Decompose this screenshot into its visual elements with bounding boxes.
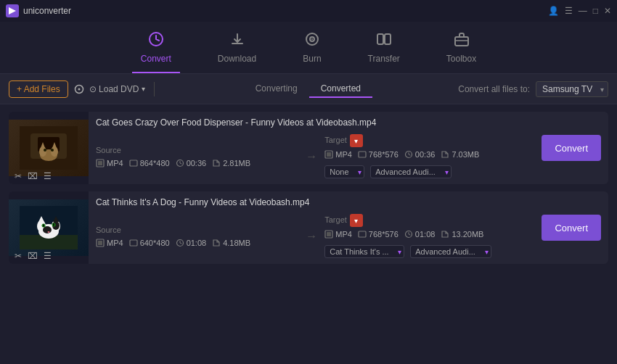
nav-transfer[interactable]: Transfer xyxy=(359,27,409,68)
arrow-2: → xyxy=(298,230,324,243)
audio-select-wrap-1: Advanced Audi... xyxy=(370,165,451,178)
nav-download-label: Download xyxy=(218,54,256,64)
svg-rect-26 xyxy=(327,152,331,157)
svg-rect-49 xyxy=(359,231,366,237)
target-size-1: 7.03MB xyxy=(441,150,479,159)
audio-select-wrap-2: Advanced Audi... xyxy=(410,244,491,258)
settings-icon-2[interactable]: ☰ xyxy=(44,251,52,261)
file-info-1: Cat Goes Crazy Over Food Dispenser - Fun… xyxy=(89,112,534,184)
tv-select[interactable]: Samsung TV xyxy=(536,81,608,97)
source-size-2: 4.18MB xyxy=(212,239,250,247)
add-files-button[interactable]: + Add Files xyxy=(9,80,68,98)
toolbar: + Add Files ⊙ Load DVD ▾ Converting Conv… xyxy=(0,74,617,104)
source-meta-2: MP4 640*480 01:08 4.18MB xyxy=(96,239,298,247)
target-format-2: MP4 xyxy=(324,230,352,239)
target-duration-2: 01:08 xyxy=(404,230,436,239)
content-area: ✂ ⌧ ☰ Cat Goes Crazy Over Food Dispenser… xyxy=(0,104,617,364)
file-thumb-1: ✂ ⌧ ☰ xyxy=(9,112,89,184)
target-block-1: Target ▾ MP4 768*576 xyxy=(324,134,527,178)
nav-toolbox[interactable]: Toolbox xyxy=(438,27,485,68)
source-format-2: MP4 xyxy=(96,239,123,247)
subtitle-select-wrap-1: None xyxy=(324,165,364,178)
target-resolution-1: 768*576 xyxy=(358,150,399,159)
target-format-1: MP4 xyxy=(324,150,352,159)
svg-point-19 xyxy=(44,149,46,152)
svg-rect-6 xyxy=(385,34,391,44)
convert-all-to-label: Convert all files to: xyxy=(458,84,530,94)
target-dropdown-1[interactable]: ▾ xyxy=(350,134,363,147)
file-name-1: Cat Goes Crazy Over Food Dispenser - Fun… xyxy=(96,117,527,128)
target-label-1: Target xyxy=(324,136,347,144)
load-dvd-button[interactable]: ⊙ Load DVD ▾ xyxy=(74,84,146,94)
svg-rect-45 xyxy=(130,240,137,246)
target-meta-1: MP4 768*576 00:36 7.03MB xyxy=(324,150,527,159)
source-resolution-1: 864*480 xyxy=(129,159,170,167)
crop-icon-1[interactable]: ⌧ xyxy=(28,171,38,181)
download-nav-icon xyxy=(229,31,245,51)
source-resolution-2: 640*480 xyxy=(129,239,170,247)
app-name: uniconverter xyxy=(23,6,71,16)
target-duration-1: 00:36 xyxy=(404,150,436,159)
tab-converting[interactable]: Converting xyxy=(244,80,309,98)
svg-point-41 xyxy=(53,223,54,226)
source-label-1: Source xyxy=(96,146,298,154)
burn-nav-icon xyxy=(304,31,320,51)
svg-rect-48 xyxy=(327,232,331,236)
nav-convert-label: Convert xyxy=(141,54,171,64)
svg-point-20 xyxy=(51,149,54,152)
tab-converted[interactable]: Converted xyxy=(309,80,372,98)
svg-rect-5 xyxy=(377,34,383,44)
scissor-icon-1[interactable]: ✂ xyxy=(15,171,22,181)
source-format-1: MP4 xyxy=(96,159,123,167)
thumbnail-1 xyxy=(9,120,89,176)
svg-point-40 xyxy=(43,224,44,227)
convert-button-2[interactable]: Convert xyxy=(542,215,601,241)
crop-icon-2[interactable]: ⌧ xyxy=(28,251,38,261)
convert-nav-icon xyxy=(148,31,164,51)
nav-convert[interactable]: Convert xyxy=(132,27,180,68)
subtitle-select-wrap-2: Cat Thinks It's ... xyxy=(324,244,404,258)
scissor-icon-2[interactable]: ✂ xyxy=(15,251,22,261)
top-nav: Convert Download Burn xyxy=(0,22,617,74)
convert-button-1[interactable]: Convert xyxy=(542,135,601,161)
minimize-icon[interactable]: — xyxy=(579,6,587,16)
info-row-1: Source MP4 864*480 00:36 xyxy=(96,134,527,178)
titlebar: uniconverter 👤 ☰ — □ ✕ xyxy=(0,0,617,22)
thumbnail-2 xyxy=(9,199,89,256)
source-size-1: 2.81MB xyxy=(212,159,250,167)
target-dropdown-2[interactable]: ▾ xyxy=(350,214,363,227)
file-thumb-2: ✂ ⌧ ☰ xyxy=(9,191,89,264)
target-meta-2: MP4 768*576 01:08 13.20MB xyxy=(324,230,527,239)
user-icon[interactable]: 👤 xyxy=(548,6,559,16)
file-card-2: ✂ ⌧ ☰ Cat Thinks It's A Dog - Funny Vide… xyxy=(9,191,608,264)
extra-row-2: Cat Thinks It's ... Advanced Audi... xyxy=(324,244,527,258)
file-info-2: Cat Thinks It's A Dog - Funny Videos at … xyxy=(89,191,534,264)
app-logo xyxy=(6,4,19,17)
audio-select-2[interactable]: Advanced Audi... xyxy=(410,245,491,258)
svg-rect-27 xyxy=(359,152,366,157)
source-block-2: Source MP4 640*480 01:08 xyxy=(96,226,298,247)
close-icon[interactable]: ✕ xyxy=(604,6,611,16)
nav-download[interactable]: Download xyxy=(209,27,265,68)
audio-select-1[interactable]: Advanced Audi... xyxy=(370,165,451,178)
settings-icon-1[interactable]: ☰ xyxy=(44,171,52,181)
source-label-2: Source xyxy=(96,226,298,234)
target-block-2: Target ▾ MP4 768*576 xyxy=(324,214,527,258)
toolbox-nav-icon xyxy=(454,31,470,51)
maximize-icon[interactable]: □ xyxy=(593,6,598,16)
source-meta-1: MP4 864*480 00:36 2.81MB xyxy=(96,159,298,167)
nav-burn[interactable]: Burn xyxy=(294,27,330,68)
svg-rect-44 xyxy=(98,241,102,245)
subtitle-select-2[interactable]: Cat Thinks It's ... xyxy=(324,245,404,258)
nav-transfer-label: Transfer xyxy=(368,54,400,64)
source-duration-2: 01:08 xyxy=(176,239,207,247)
subtitle-select-1[interactable]: None xyxy=(324,165,364,178)
target-label-2: Target xyxy=(324,215,347,224)
tv-select-wrap: Samsung TV xyxy=(536,81,608,97)
menu-icon[interactable]: ☰ xyxy=(565,6,573,16)
svg-point-42 xyxy=(48,231,50,233)
source-block-1: Source MP4 864*480 00:36 xyxy=(96,146,298,167)
svg-point-34 xyxy=(43,226,52,233)
svg-point-10 xyxy=(78,88,80,90)
titlebar-left: uniconverter xyxy=(6,4,71,17)
